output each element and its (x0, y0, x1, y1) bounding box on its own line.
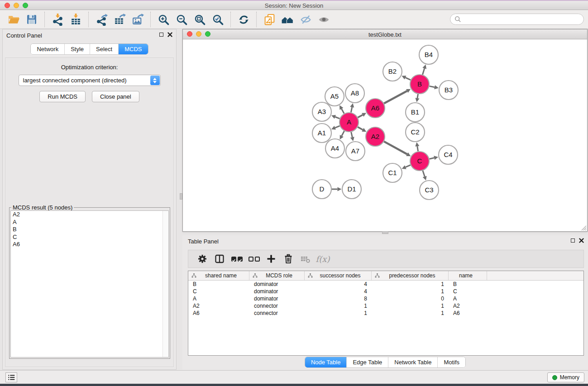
graph-node-d1[interactable]: D1 (342, 180, 361, 199)
graph-node-c[interactable]: C (410, 152, 429, 171)
graph-edge[interactable] (358, 127, 363, 130)
graph-node-c3[interactable]: C3 (420, 181, 439, 200)
graph-node-c1[interactable]: C1 (383, 163, 402, 182)
tab-select[interactable]: Select (90, 44, 118, 54)
zoom-in-icon[interactable] (154, 12, 172, 27)
tab-edge-table[interactable]: Edge Table (346, 357, 388, 367)
graph-node-b4[interactable]: B4 (419, 45, 438, 64)
graph-node-b2[interactable]: B2 (383, 62, 402, 81)
graph-edge[interactable] (430, 86, 435, 87)
horizontal-splitter-handle[interactable] (382, 231, 388, 234)
graph-edge[interactable] (406, 165, 411, 167)
settings-gear-icon[interactable] (194, 252, 211, 266)
column-header[interactable]: MCDS role (249, 271, 305, 280)
run-mcds-button[interactable]: Run MCDS (39, 91, 86, 102)
graph-node-b1[interactable]: B1 (406, 103, 425, 122)
column-view-icon[interactable] (211, 252, 228, 266)
zoom-out-icon[interactable] (172, 12, 191, 27)
select-all-icon[interactable] (228, 252, 245, 266)
import-table-icon[interactable] (67, 12, 85, 27)
graph-edge[interactable] (429, 158, 434, 159)
graph-edge[interactable] (384, 142, 407, 154)
import-network-icon[interactable] (48, 12, 67, 27)
tab-network[interactable]: Network (31, 44, 64, 54)
graph-edge[interactable] (417, 146, 418, 151)
graph-node-a[interactable]: A (339, 113, 359, 132)
tab-motifs[interactable]: Motifs (437, 357, 465, 367)
graph-node-a6[interactable]: A6 (366, 99, 385, 118)
mcds-result-item[interactable]: A2 (11, 211, 168, 219)
function-builder-icon[interactable]: f(x) (314, 252, 331, 266)
resize-grip-icon[interactable] (580, 224, 587, 231)
table-row[interactable]: Cdominator41C (188, 288, 583, 295)
column-header[interactable]: shared name (188, 271, 249, 280)
mcds-result-item[interactable]: C (11, 234, 168, 241)
first-neighbors-icon[interactable] (260, 12, 278, 27)
tab-mcds[interactable]: MCDS (118, 44, 148, 54)
graph-edge[interactable] (384, 91, 407, 104)
graph-edge[interactable] (422, 68, 424, 75)
graph-node-b[interactable]: B (410, 75, 429, 94)
show-all-icon[interactable] (315, 12, 333, 27)
tab-style[interactable]: Style (64, 44, 90, 54)
table-row[interactable]: A2connector11A2 (188, 302, 583, 310)
graph-edge[interactable] (406, 77, 411, 80)
table-row[interactable]: Bdominator41B (188, 281, 583, 288)
task-history-button[interactable] (5, 372, 17, 382)
export-network-icon[interactable] (92, 12, 110, 27)
table-row[interactable]: Adominator80A (188, 295, 583, 302)
criterion-dropdown[interactable]: largest connected component (directed) (19, 75, 161, 86)
float-panel-button[interactable] (159, 33, 163, 37)
graph-edge[interactable] (342, 131, 344, 136)
deselect-all-icon[interactable] (245, 252, 263, 266)
column-header[interactable]: successor nodes (305, 271, 372, 280)
graph-edge[interactable] (358, 115, 363, 118)
column-header[interactable]: predecessor nodes (372, 271, 449, 280)
graph-edge[interactable] (335, 117, 339, 119)
vertical-splitter-handle[interactable] (180, 193, 182, 200)
memory-button[interactable]: Memory (547, 372, 584, 382)
close-panel-icon[interactable] (167, 32, 172, 37)
graph-edge[interactable] (351, 107, 352, 113)
zoom-fit-icon[interactable] (191, 12, 209, 27)
table-row[interactable]: A6connector11A6 (188, 310, 583, 317)
graph-node-a8[interactable]: A8 (345, 84, 364, 103)
graph-edge[interactable] (335, 126, 339, 128)
add-column-icon[interactable] (263, 252, 280, 266)
mcds-result-item[interactable]: B (11, 226, 168, 234)
delete-table-icon[interactable] (297, 252, 314, 266)
graph-node-c2[interactable]: C2 (406, 123, 425, 142)
export-image-icon[interactable] (129, 12, 147, 27)
graph-node-a7[interactable]: A7 (346, 142, 365, 161)
save-session-icon[interactable] (23, 12, 41, 27)
delete-column-icon[interactable] (280, 252, 297, 266)
hide-selected-icon[interactable] (296, 12, 315, 27)
graph-node-a2[interactable]: A2 (366, 127, 385, 146)
close-panel-button[interactable]: Close panel (92, 91, 139, 102)
network-canvas[interactable]: B4B2BB3A5A8A6B1A3AA1C2A2A4A7CC4C1C3DD1 (183, 39, 587, 231)
graph-edge[interactable] (341, 109, 344, 113)
graph-node-a3[interactable]: A3 (312, 102, 331, 121)
refresh-layout-icon[interactable] (234, 12, 253, 27)
tab-node-table[interactable]: Node Table (305, 357, 347, 367)
graph-edge[interactable] (423, 171, 425, 176)
search-input[interactable] (463, 16, 583, 23)
home-icon[interactable] (278, 12, 296, 27)
mcds-result-item[interactable]: A (11, 219, 168, 226)
graph-node-a5[interactable]: A5 (325, 87, 344, 106)
graph-node-a1[interactable]: A1 (312, 124, 331, 143)
open-session-icon[interactable] (5, 12, 23, 27)
result-scrollbar[interactable] (163, 211, 168, 357)
graph-edge[interactable] (417, 94, 418, 98)
graph-node-b3[interactable]: B3 (439, 81, 458, 100)
graph-node-a4[interactable]: A4 (325, 139, 344, 158)
float-table-panel-button[interactable] (571, 238, 575, 243)
graph-node-d[interactable]: D (312, 180, 331, 199)
graph-node-c4[interactable]: C4 (439, 145, 458, 164)
export-table-icon[interactable] (110, 12, 129, 27)
graph-edge[interactable] (351, 132, 353, 137)
column-header[interactable]: name (449, 271, 487, 280)
zoom-selected-icon[interactable] (209, 12, 227, 27)
tab-network-table[interactable]: Network Table (388, 357, 437, 367)
close-table-panel-icon[interactable] (579, 238, 584, 243)
